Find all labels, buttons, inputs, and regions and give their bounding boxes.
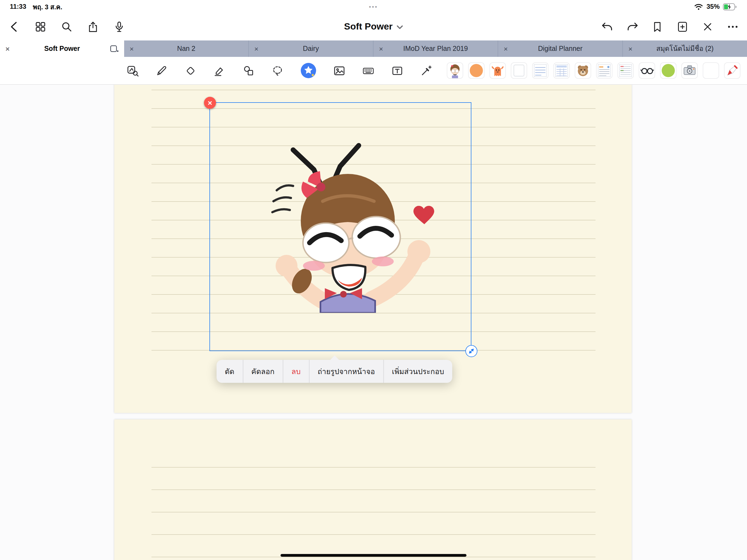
- blank-card-sticker[interactable]: [703, 62, 719, 79]
- zoom-write-tool[interactable]: [126, 64, 139, 77]
- menu-item-delete[interactable]: ลบ: [283, 360, 310, 383]
- tab-label: Soft Power: [44, 45, 80, 52]
- document-title[interactable]: Soft Power: [344, 21, 403, 32]
- color-lines-template[interactable]: [596, 62, 613, 79]
- menu-item-add-component[interactable]: เพิ่มส่วนประกอบ: [384, 360, 452, 383]
- share-button[interactable]: [86, 20, 100, 33]
- back-button[interactable]: [8, 20, 21, 33]
- status-left: 11:33 พฤ. 3 ส.ค.: [10, 1, 62, 12]
- favorites-strip: [447, 62, 741, 79]
- toolbar: [0, 57, 747, 85]
- tab-close-icon[interactable]: ×: [504, 45, 508, 52]
- tab-dairy[interactable]: × Dairy: [249, 41, 374, 57]
- keyboard-tool[interactable]: [362, 64, 375, 77]
- selection-box[interactable]: ×: [209, 102, 471, 351]
- tab-close-icon[interactable]: ×: [379, 45, 383, 52]
- tab-digital-planner[interactable]: × Digital Planner: [498, 41, 623, 57]
- camera-sticker[interactable]: [681, 62, 698, 79]
- tab-close-icon[interactable]: ×: [254, 45, 258, 52]
- tab-close-icon[interactable]: ×: [5, 45, 9, 52]
- orange-circle-sticker[interactable]: [468, 62, 485, 79]
- status-bar: 11:33 พฤ. 3 ส.ค. ••• 35%: [0, 0, 747, 13]
- laser-pointer-tool[interactable]: [420, 64, 433, 77]
- tab-close-icon[interactable]: ×: [628, 45, 633, 52]
- lasso-tool[interactable]: [271, 64, 284, 77]
- tab-untitled-notebook[interactable]: × สมุดโน้ตไม่มีชื่อ (2): [623, 41, 747, 57]
- close-document-button[interactable]: [701, 20, 714, 33]
- nav-left-group: [8, 20, 126, 33]
- selection-delete-icon[interactable]: ×: [204, 97, 216, 109]
- shapes-tool[interactable]: [242, 64, 255, 77]
- tab-label: Nan 2: [177, 45, 196, 52]
- planner-template[interactable]: [553, 62, 570, 79]
- bear-sticker[interactable]: [575, 62, 591, 79]
- green-circle-sticker[interactable]: [660, 62, 676, 79]
- glasses-sticker[interactable]: [639, 62, 655, 79]
- chevron-down-icon: [396, 21, 403, 32]
- nav-right-group: [600, 20, 739, 33]
- notebook-page-2[interactable]: [114, 419, 632, 560]
- ghost-sticker[interactable]: [489, 62, 506, 79]
- ruled-lines: [152, 467, 595, 560]
- clock: 11:33: [10, 3, 26, 10]
- tab-soft-power[interactable]: × Soft Power: [0, 41, 124, 57]
- tab-label: Digital Planner: [538, 45, 583, 52]
- context-menu-pointer: [330, 355, 339, 360]
- tab-imod-year-plan[interactable]: × IMoD Year Plan 2019: [374, 41, 498, 57]
- eraser-tool[interactable]: [184, 64, 197, 77]
- tab-bar: × Soft Power × Nan 2 × Dairy × IMoD Year…: [0, 41, 747, 57]
- elements-tool[interactable]: [300, 62, 317, 79]
- image-tool[interactable]: [333, 64, 345, 77]
- tab-label: IMoD Year Plan 2019: [403, 45, 468, 52]
- status-date: พฤ. 3 ส.ค.: [33, 1, 62, 12]
- nav-bar: Soft Power: [0, 13, 747, 41]
- app-root: 11:33 พฤ. 3 ส.ค. ••• 35%: [0, 0, 747, 560]
- selection-resize-handle[interactable]: [465, 345, 478, 357]
- more-options-button[interactable]: [726, 20, 739, 33]
- documents-grid-button[interactable]: [34, 20, 47, 33]
- home-indicator[interactable]: [281, 554, 466, 557]
- context-menu: ตัด คัดลอก ลบ ถ่ายรูปจากหน้าจอ เพิ่มส่วน…: [216, 360, 452, 383]
- status-right: 35%: [694, 3, 737, 10]
- search-button[interactable]: [60, 20, 73, 33]
- menu-item-cut[interactable]: ตัด: [216, 360, 243, 383]
- red-pen-sticker[interactable]: [724, 62, 741, 79]
- lines-template[interactable]: [617, 62, 634, 79]
- lined-template[interactable]: [532, 62, 548, 79]
- microphone-button[interactable]: [113, 20, 126, 33]
- battery-percent: 35%: [706, 3, 720, 10]
- page-panel-icon[interactable]: [110, 45, 119, 52]
- redo-button[interactable]: [626, 20, 639, 33]
- tab-close-icon[interactable]: ×: [130, 45, 134, 52]
- tab-label: Dairy: [303, 45, 319, 52]
- tab-nan-2[interactable]: × Nan 2: [124, 41, 249, 57]
- undo-button[interactable]: [600, 20, 614, 33]
- girl-sticker[interactable]: [447, 62, 463, 79]
- add-page-button[interactable]: [676, 20, 689, 33]
- bookmark-button[interactable]: [651, 20, 664, 33]
- battery-charging-icon: [723, 3, 737, 10]
- wifi-icon: [694, 3, 703, 10]
- tool-group: [126, 62, 433, 79]
- text-tool[interactable]: [391, 64, 404, 77]
- tab-label: สมุดโน้ตไม่มีชื่อ (2): [656, 43, 714, 54]
- document-title-label: Soft Power: [344, 21, 393, 32]
- menu-item-screenshot[interactable]: ถ่ายรูปจากหน้าจอ: [310, 360, 384, 383]
- highlighter-tool[interactable]: [213, 64, 226, 77]
- menu-item-copy[interactable]: คัดลอก: [243, 360, 283, 383]
- white-card-sticker[interactable]: [511, 62, 527, 79]
- document-canvas: × ตัด คัดลอก ลบ ถ่ายรูปจากหน้าจอ เพิ่มส่…: [0, 85, 747, 560]
- multitask-dots-icon: •••: [369, 4, 378, 9]
- pen-tool[interactable]: [155, 64, 168, 77]
